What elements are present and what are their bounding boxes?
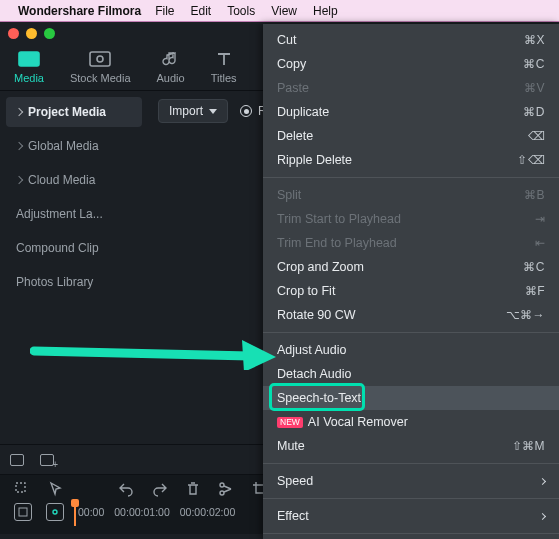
menu-help[interactable]: Help	[313, 4, 338, 18]
menu-shortcut: ⌘C	[523, 57, 545, 71]
tab-stock-media[interactable]: Stock Media	[70, 50, 131, 84]
audio-icon	[160, 50, 182, 68]
media-icon	[18, 50, 40, 68]
close-window-button[interactable]	[8, 28, 19, 39]
svg-point-5	[220, 491, 224, 495]
chevron-right-icon	[15, 108, 23, 116]
delete-icon[interactable]	[186, 481, 200, 497]
tab-media[interactable]: Media	[14, 50, 44, 84]
menu-view[interactable]: View	[271, 4, 297, 18]
tab-label: Audio	[157, 72, 185, 84]
menu-item-delete[interactable]: Delete⌫	[263, 124, 559, 148]
stock-media-icon	[89, 50, 111, 68]
new-folder-icon[interactable]	[40, 454, 54, 466]
undo-icon[interactable]	[118, 481, 134, 497]
redo-icon[interactable]	[152, 481, 168, 497]
menu-item-adjust-audio[interactable]: Adjust Audio	[263, 338, 559, 362]
menu-item-mute[interactable]: Mute⇧⌘M	[263, 434, 559, 458]
sidebar-item-project-media[interactable]: Project Media	[6, 97, 142, 127]
menu-item-label: Rotate 90 CW	[277, 308, 356, 322]
svg-rect-1	[90, 52, 110, 66]
menu-item-crop-to-fit[interactable]: Crop to Fit⌘F	[263, 279, 559, 303]
playhead[interactable]	[74, 504, 76, 526]
menu-item-label: Delete	[277, 129, 313, 143]
chevron-right-icon	[539, 477, 546, 484]
sidebar-item-cloud-media[interactable]: Cloud Media	[6, 165, 142, 195]
tab-titles[interactable]: Titles	[211, 50, 237, 84]
sidebar-item-label: Compound Clip	[16, 241, 99, 255]
import-button[interactable]: Import	[158, 99, 228, 123]
pointer-tool-icon[interactable]	[48, 481, 64, 497]
time-mark: 00:00:02:00	[180, 506, 235, 518]
menu-item-trim-end-to-playhead: Trim End to Playhead⇤	[263, 231, 559, 255]
tab-label: Media	[14, 72, 44, 84]
menu-separator	[263, 463, 559, 464]
menu-item-label: Speed	[277, 474, 313, 488]
context-menu: Cut⌘XCopy⌘CPaste⌘VDuplicate⌘DDelete⌫Ripp…	[263, 24, 559, 539]
minimize-window-button[interactable]	[26, 28, 37, 39]
menu-item-speed[interactable]: Speed	[263, 469, 559, 493]
menu-item-copy[interactable]: Copy⌘C	[263, 52, 559, 76]
maximize-window-button[interactable]	[44, 28, 55, 39]
menu-item-label: Trim Start to Playhead	[277, 212, 401, 226]
split-icon[interactable]	[218, 481, 234, 497]
menu-item-label: Paste	[277, 81, 309, 95]
track-toggle-icon[interactable]	[14, 503, 32, 521]
menu-shortcut: ⌘D	[523, 105, 545, 119]
menu-item-speech-to-text[interactable]: Speech-to-Text	[263, 386, 559, 410]
menu-separator	[263, 177, 559, 178]
menu-shortcut: ⌫	[528, 129, 546, 143]
menu-item-detach-audio[interactable]: Detach Audio	[263, 362, 559, 386]
selection-tool-icon[interactable]	[14, 481, 30, 497]
menu-item-rotate-90-cw[interactable]: Rotate 90 CW⌥⌘→	[263, 303, 559, 327]
sidebar-item-label: Global Media	[28, 139, 99, 153]
menu-item-ripple-delete[interactable]: Ripple Delete⇧⌫	[263, 148, 559, 172]
sidebar-item-label: Adjustment La...	[16, 207, 103, 221]
menu-item-label: Duplicate	[277, 105, 329, 119]
menu-item-ai-vocal-remover[interactable]: NEWAI Vocal Remover	[263, 410, 559, 434]
chevron-right-icon	[15, 176, 23, 184]
app-name[interactable]: Wondershare Filmora	[18, 4, 141, 18]
menu-item-label: Speech-to-Text	[277, 391, 361, 405]
sidebar-item-compound-clip[interactable]: Compound Clip	[6, 233, 142, 263]
menu-separator	[263, 498, 559, 499]
menu-item-label: Mute	[277, 439, 305, 453]
menu-shortcut: ⌥⌘→	[506, 308, 546, 322]
menu-item-duplicate[interactable]: Duplicate⌘D	[263, 100, 559, 124]
link-toggle-icon[interactable]	[46, 503, 64, 521]
tab-label: Titles	[211, 72, 237, 84]
menu-edit[interactable]: Edit	[190, 4, 211, 18]
svg-rect-6	[19, 508, 27, 516]
menu-shortcut: ⌘X	[524, 33, 545, 47]
menu-item-label: Trim End to Playhead	[277, 236, 397, 250]
titles-icon	[213, 50, 235, 68]
menu-shortcut: ⌘C	[523, 260, 545, 274]
sidebar-item-adjustment-layer[interactable]: Adjustment La...	[6, 199, 142, 229]
menu-separator	[263, 533, 559, 534]
menu-shortcut: ⇥	[535, 212, 546, 226]
menu-shortcut: ⌘V	[524, 81, 545, 95]
menu-tools[interactable]: Tools	[227, 4, 255, 18]
new-badge: NEW	[277, 417, 303, 428]
tab-audio[interactable]: Audio	[157, 50, 185, 84]
time-mark: 00:00	[78, 506, 104, 518]
import-label: Import	[169, 104, 203, 118]
menu-shortcut: ⇧⌘M	[512, 439, 546, 453]
macos-menubar: Wondershare Filmora File Edit Tools View…	[0, 0, 559, 22]
sidebar-item-label: Cloud Media	[28, 173, 95, 187]
sidebar-item-photos-library[interactable]: Photos Library	[6, 267, 142, 297]
menu-item-crop-and-zoom[interactable]: Crop and Zoom⌘C	[263, 255, 559, 279]
menu-shortcut: ⇤	[535, 236, 546, 250]
menu-item-effect[interactable]: Effect	[263, 504, 559, 528]
sidebar-item-global-media[interactable]: Global Media	[6, 131, 142, 161]
media-sidebar: Project Media Global Media Cloud Media A…	[0, 91, 148, 444]
menu-item-trim-start-to-playhead: Trim Start to Playhead⇥	[263, 207, 559, 231]
menu-item-cut[interactable]: Cut⌘X	[263, 28, 559, 52]
menu-item-label: Copy	[277, 57, 306, 71]
menu-item-label: Crop to Fit	[277, 284, 335, 298]
menu-item-label: Ripple Delete	[277, 153, 352, 167]
menu-item-label: AI Vocal Remover	[308, 415, 408, 429]
sidebar-item-label: Project Media	[28, 105, 106, 119]
folder-icon[interactable]	[10, 454, 24, 466]
menu-file[interactable]: File	[155, 4, 174, 18]
